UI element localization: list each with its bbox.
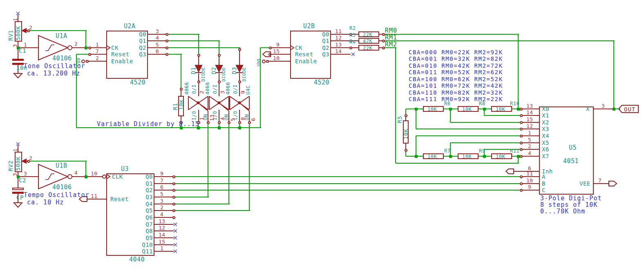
u5-x3-label: X3 (542, 126, 549, 132)
u5-x2-label: X2 (542, 120, 549, 125)
pin-circle (165, 33, 168, 36)
u3-q3-label: Q3 (136, 194, 153, 200)
u5-x7-label: X7 (542, 153, 549, 159)
sw1-io-label: I/O (192, 111, 197, 120)
sw2-oi-pin-number: 3 (220, 91, 225, 94)
u3-ref: U3 (121, 166, 129, 172)
rv2-ref: RV2 (8, 160, 13, 171)
wire-junction (483, 108, 486, 111)
u1b-out-pin-number: 4 (74, 170, 78, 175)
wire (175, 176, 522, 177)
r10-ref: R10 (510, 101, 519, 106)
u2a-q1-pin-number: 4 (156, 35, 159, 40)
u3-q8-pin-number: 12 (159, 225, 165, 230)
tempo-osc-note-line2: ca. 10 Hz (27, 199, 64, 206)
sw2-oi-label: O/I (212, 84, 217, 94)
u2b-reset-label: Reset (295, 51, 313, 57)
r3-value: 47K (363, 39, 372, 44)
pin-circle (520, 189, 523, 192)
pin-wire (198, 83, 199, 96)
pin-circle (172, 189, 175, 192)
u5-a-label: A (542, 174, 546, 179)
cba-table-row: CBA=010 RM0=42K RM2=72K (409, 63, 503, 69)
c1-ref: C1 (19, 48, 26, 53)
rv1-pin3-number: 3 (12, 44, 18, 47)
u1b-ref: U1B (56, 163, 67, 169)
wire (175, 204, 230, 204)
wire (385, 34, 519, 35)
pin-wire (239, 83, 240, 96)
u2a-reset-pin-number: 7 (96, 49, 99, 54)
tone-osc-note-line2: ca. 13.200 Hz (27, 71, 80, 77)
u5-x1-label: X1 (542, 113, 549, 118)
c2-capacitor-plate[interactable] (12, 188, 24, 190)
r9-value: 10K (462, 154, 472, 159)
u1a-value: 40106 (52, 55, 72, 62)
r8-ref: R8 (479, 101, 485, 106)
u2b-vdd-label: VDD (257, 58, 261, 66)
rv2-value: 500K (15, 156, 21, 171)
wire (175, 190, 522, 190)
u3-q8-label: Q8 (136, 228, 153, 234)
sw1-on-label: ON (203, 114, 208, 120)
pin-circle (520, 148, 523, 151)
pin-circle (238, 80, 241, 83)
rv1-value: 500K (15, 26, 21, 40)
c1-capacitor-plate[interactable] (12, 59, 24, 61)
vdd-power-bubble (262, 60, 266, 63)
u2a-q3-label: Q3 (134, 51, 146, 57)
r1-value: 10K (179, 99, 184, 110)
r3-ref: R3 (349, 33, 356, 38)
u5-x7-pin-number: 4 (528, 151, 531, 156)
rv1-pin1-number: 1 (13, 18, 18, 21)
wire (29, 30, 87, 31)
pin-circle (197, 54, 200, 57)
c2-capacitor-plate[interactable] (12, 192, 24, 194)
sw3-analog-switch-icon[interactable] (230, 96, 249, 111)
u3-q2-pin-number: 6 (160, 184, 163, 190)
wire (385, 40, 615, 41)
pin-wire (154, 251, 174, 252)
d1-ref: D1 (190, 67, 196, 74)
cba-table-row: CBA=011 RM0=52K RM2=62K (409, 69, 503, 75)
r9-ref: R9 (479, 148, 485, 153)
u3-q0-label: Q0 (136, 174, 153, 179)
pin-circle (405, 149, 407, 152)
pin-circle (197, 80, 200, 83)
rm1-net-label: RM1 (385, 35, 397, 41)
sw1-analog-switch-icon[interactable] (188, 96, 208, 111)
pin-circle (172, 203, 175, 206)
wire-junction (517, 155, 520, 158)
wire (228, 124, 229, 204)
u2a-q0-label: Q0 (134, 31, 146, 37)
pin-wire (154, 183, 174, 184)
u2b-q2-label: Q2 (317, 45, 329, 51)
wire (29, 161, 87, 162)
pin-circle (238, 48, 241, 51)
pin-circle (218, 121, 221, 124)
u2b-enable-pin-number: 10 (273, 55, 280, 61)
pin-circle (180, 88, 183, 91)
u2a-reset-label: Reset (111, 51, 130, 57)
tone-osc-note-line1: Tone Oscillator (24, 63, 85, 69)
wire (396, 163, 519, 164)
r7-ref: R7 (444, 148, 450, 153)
u3-value: 4040 (129, 257, 145, 263)
cba-table-row: CBA=000 RM0=22K RM2=92K (409, 49, 503, 55)
sw2-analog-switch-icon[interactable] (209, 96, 229, 111)
u3-q5-pin-number: 2 (160, 205, 163, 210)
tempo-osc-note-line1: Tempo Oscillator (24, 192, 89, 198)
wire (181, 54, 181, 89)
pin-wire (198, 56, 199, 65)
pin-circle (172, 175, 175, 178)
pin-wire (405, 144, 406, 149)
u2a-vdd-label: VDD (77, 58, 81, 66)
pin-wire (198, 73, 199, 80)
r4-value: 22K (363, 46, 372, 51)
wire (168, 34, 199, 35)
u5-ref: U5 (569, 145, 577, 151)
u5-c-pin-number: 9 (528, 184, 531, 190)
d3-ref: D3 (231, 67, 237, 74)
pin-wire (219, 83, 219, 96)
pin-circle (269, 47, 272, 49)
